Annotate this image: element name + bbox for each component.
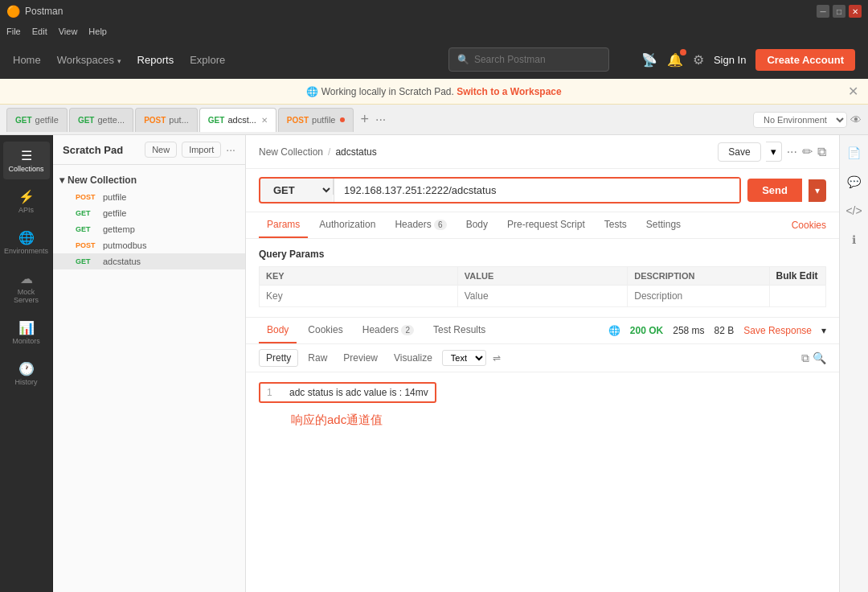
postman-logo-icon: 🟠 <box>6 5 20 18</box>
menu-view[interactable]: View <box>59 27 78 36</box>
nav-workspaces[interactable]: Workspaces ▾ <box>57 54 121 66</box>
close-button[interactable]: ✕ <box>849 5 862 18</box>
new-button[interactable]: New <box>145 142 177 158</box>
collection-item-putmodbus[interactable]: POST putmodbus <box>53 237 245 253</box>
sidebar-item-history[interactable]: 🕐 History <box>3 355 50 393</box>
sidebar-item-monitors[interactable]: 📊 Monitors <box>3 314 50 352</box>
collection-item-adcstatus[interactable]: GET adcstatus <box>53 253 245 269</box>
send-dropdown-button[interactable]: ▾ <box>809 179 826 202</box>
satellite-icon[interactable]: 📡 <box>641 52 657 68</box>
method-badge-post: POST <box>76 193 98 201</box>
req-tab-tests[interactable]: Tests <box>596 212 635 238</box>
signin-button[interactable]: Sign In <box>714 54 746 66</box>
param-value-input[interactable] <box>465 290 621 302</box>
request-area: New Collection / adcstatus Save ▾ ··· ✏ … <box>246 135 839 592</box>
save-response-dropdown-icon[interactable]: ▾ <box>821 325 826 336</box>
req-tab-body[interactable]: Body <box>458 212 496 238</box>
notification-icon[interactable]: 🔔 <box>667 52 683 68</box>
sidebar-item-collections[interactable]: ☰ Collections <box>3 142 50 179</box>
tab-adcstatus-close-icon[interactable]: ✕ <box>261 116 268 125</box>
preview-button[interactable]: Preview <box>337 350 384 366</box>
import-button[interactable]: Import <box>182 142 221 158</box>
nav-explore[interactable]: Explore <box>190 54 225 66</box>
panel-more-icon[interactable]: ··· <box>226 143 235 156</box>
bulk-edit-label[interactable]: Bulk Edit <box>776 270 818 282</box>
breadcrumb-more-icon[interactable]: ··· <box>787 145 797 159</box>
resp-tab-cookies[interactable]: Cookies <box>300 318 350 343</box>
pretty-button[interactable]: Pretty <box>259 349 298 367</box>
param-key-input[interactable] <box>266 290 451 302</box>
mock-servers-icon: ☁ <box>20 271 33 286</box>
more-tabs-button[interactable]: ··· <box>375 113 386 127</box>
save-dropdown-button[interactable]: ▾ <box>766 142 782 162</box>
format-select[interactable]: Text <box>442 350 486 366</box>
info-icon[interactable]: ℹ <box>847 228 861 251</box>
resp-headers-count: 2 <box>401 325 414 335</box>
collection-folder-new[interactable]: ▾ New Collection <box>53 171 245 189</box>
tab-adcstatus[interactable]: GET adcst... ✕ <box>199 108 276 132</box>
resp-tab-test-results[interactable]: Test Results <box>425 318 493 343</box>
switch-workspace-link[interactable]: Switch to a Workspace <box>457 86 561 97</box>
response-toolbar: Pretty Raw Preview Visualize Text ⇌ ⧉ 🔍 <box>246 344 839 372</box>
save-response-button[interactable]: Save Response <box>743 325 812 336</box>
collection-item-putfile[interactable]: POST putfile <box>53 189 245 205</box>
menu-file[interactable]: File <box>6 27 21 36</box>
create-account-button[interactable]: Create Account <box>755 49 855 71</box>
environment-select[interactable]: No Environment <box>753 112 847 128</box>
duplicate-icon[interactable]: ⧉ <box>817 145 826 159</box>
raw-button[interactable]: Raw <box>301 350 334 366</box>
col-bulk: Bulk Edit <box>769 267 826 286</box>
copy-icon[interactable]: ⧉ <box>801 352 809 365</box>
tab-putfile-method: POST <box>287 116 309 125</box>
resp-tab-body[interactable]: Body <box>259 318 297 343</box>
notif-close-button[interactable]: ✕ <box>848 84 858 99</box>
sidebar-item-apis[interactable]: ⚡ APIs <box>3 183 50 220</box>
add-tab-button[interactable]: + <box>355 111 374 128</box>
edit-icon[interactable]: ✏ <box>802 144 813 159</box>
item-name-adcstatus: adcstatus <box>103 257 141 266</box>
collection-item-getfile[interactable]: GET getfile <box>53 205 245 221</box>
nav-reports[interactable]: Reports <box>137 54 174 66</box>
resp-tab-headers[interactable]: Headers 2 <box>354 318 422 343</box>
docs-icon[interactable]: 📄 <box>842 142 866 164</box>
minimize-button[interactable]: ─ <box>817 5 829 18</box>
menu-help[interactable]: Help <box>88 27 107 36</box>
sidebar-item-environments[interactable]: 🌐 Environments <box>3 224 50 261</box>
sidebar-item-mock-servers[interactable]: ☁ Mock Servers <box>3 265 50 310</box>
comments-icon[interactable]: 💬 <box>842 171 866 193</box>
req-tab-headers[interactable]: Headers 6 <box>387 212 454 238</box>
send-button[interactable]: Send <box>747 179 802 202</box>
maximize-button[interactable]: □ <box>833 5 845 18</box>
search-input[interactable] <box>474 54 587 65</box>
search-box[interactable]: 🔍 <box>448 47 609 72</box>
save-button[interactable]: Save <box>718 142 760 162</box>
collection-item-gettemp[interactable]: GET gettemp <box>53 221 245 237</box>
sidebar-mock-label: Mock Servers <box>6 288 47 304</box>
cookies-link[interactable]: Cookies <box>792 220 826 231</box>
settings-icon[interactable]: ⚙ <box>693 52 704 68</box>
url-input[interactable] <box>334 179 739 202</box>
tab-put[interactable]: POST put... <box>135 108 198 132</box>
req-tab-settings[interactable]: Settings <box>638 212 689 238</box>
param-desc-input[interactable] <box>634 290 762 302</box>
collections-icon: ☰ <box>21 148 32 163</box>
req-tab-params[interactable]: Params <box>259 212 308 238</box>
params-section: Query Params KEY VALUE DESCRIPTION Bulk … <box>246 239 839 317</box>
breadcrumb-collection[interactable]: New Collection <box>259 146 323 158</box>
nav-home[interactable]: Home <box>13 54 41 66</box>
req-tab-authorization[interactable]: Authorization <box>311 212 383 238</box>
req-tab-prerequest[interactable]: Pre-request Script <box>499 212 593 238</box>
word-wrap-icon[interactable]: ⇌ <box>493 352 501 364</box>
tab-gettemp[interactable]: GET gette... <box>69 108 133 132</box>
env-settings-icon[interactable]: 👁 <box>850 113 862 126</box>
code-icon[interactable]: </> <box>841 199 866 222</box>
method-select[interactable]: GET <box>260 179 333 202</box>
response-time: 258 ms <box>673 325 704 336</box>
titlebar-left: 🟠 Postman <box>6 5 63 18</box>
globe-small-icon: 🌐 <box>608 325 620 336</box>
visualize-button[interactable]: Visualize <box>387 350 439 366</box>
menu-edit[interactable]: Edit <box>32 27 47 36</box>
tab-getfile[interactable]: GET getfile <box>6 108 68 132</box>
tab-putfile[interactable]: POST putfile <box>278 108 354 132</box>
search-response-icon[interactable]: 🔍 <box>813 352 826 364</box>
